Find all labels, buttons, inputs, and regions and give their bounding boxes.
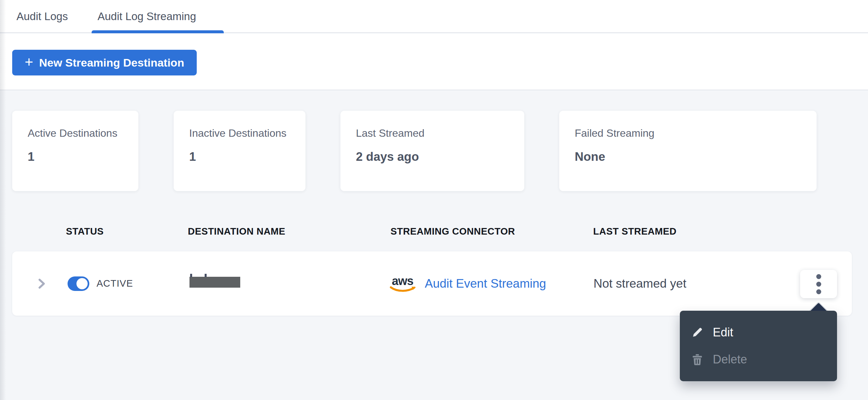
row-actions-kebab-button[interactable]: [800, 270, 837, 298]
aws-logo-icon: aws: [390, 274, 417, 293]
menu-item-edit[interactable]: Edit: [680, 320, 837, 344]
stat-value: 1: [28, 150, 138, 164]
tab-audit-logs[interactable]: Audit Logs: [17, 0, 68, 33]
stat-card-active-destinations: Active Destinations 1: [12, 111, 138, 191]
status-toggle[interactable]: [67, 276, 89, 291]
aws-swoosh-icon: [390, 286, 417, 293]
menu-item-edit-label: Edit: [713, 326, 733, 339]
destination-name-redacted: [189, 277, 240, 288]
stat-card-last-streamed: Last Streamed 2 days ago: [340, 111, 524, 191]
redaction-artifact: [190, 274, 192, 277]
action-bar: + New Streaming Destination: [0, 34, 868, 90]
tab-bar: Audit Logs Audit Log Streaming: [0, 0, 868, 33]
kebab-dot: [816, 274, 821, 279]
stat-value: None: [575, 150, 816, 164]
new-streaming-destination-button[interactable]: + New Streaming Destination: [12, 50, 197, 75]
column-header-status: STATUS: [66, 226, 104, 237]
status-badge: ACTIVE: [97, 251, 133, 316]
trash-icon: [691, 353, 704, 365]
stat-card-failed-streaming: Failed Streaming None: [559, 111, 816, 191]
plus-icon: +: [25, 55, 33, 69]
stats-cards: Active Destinations 1 Inactive Destinati…: [12, 111, 816, 191]
menu-item-delete[interactable]: Delete: [680, 348, 837, 371]
row-actions-context-menu: Edit Delete: [680, 311, 837, 381]
kebab-dot: [816, 289, 821, 294]
table-header-row: STATUS DESTINATION NAME STREAMING CONNEC…: [0, 226, 868, 239]
last-streamed-cell: Not streamed yet: [593, 251, 686, 316]
toggle-knob: [76, 278, 88, 289]
menu-item-delete-label: Delete: [713, 352, 747, 366]
tab-audit-log-streaming[interactable]: Audit Log Streaming: [97, 0, 196, 33]
column-header-destination-name: DESTINATION NAME: [188, 226, 285, 237]
column-header-last-streamed: LAST STREAMED: [593, 226, 677, 237]
stat-label: Last Streamed: [356, 127, 524, 140]
new-streaming-destination-label: New Streaming Destination: [39, 56, 184, 69]
chevron-right-icon: [36, 278, 47, 289]
column-header-streaming-connector: STREAMING CONNECTOR: [391, 226, 515, 237]
stat-label: Active Destinations: [28, 127, 138, 140]
row-expand-button[interactable]: [33, 275, 50, 292]
stat-label: Inactive Destinations: [189, 127, 306, 140]
stat-value: 2 days ago: [356, 150, 524, 164]
connector-link[interactable]: Audit Event Streaming: [425, 277, 546, 290]
active-tab-underline: [92, 30, 224, 33]
stat-card-inactive-destinations: Inactive Destinations 1: [174, 111, 306, 191]
stat-label: Failed Streaming: [575, 127, 816, 140]
kebab-dot: [816, 282, 821, 287]
pencil-icon: [691, 327, 704, 338]
streaming-connector-cell: aws Audit Event Streaming: [390, 251, 546, 316]
redaction-artifact: [205, 274, 207, 277]
table-row: ACTIVE aws Audit Event Streaming Not str…: [12, 251, 852, 316]
stat-value: 1: [189, 150, 306, 164]
